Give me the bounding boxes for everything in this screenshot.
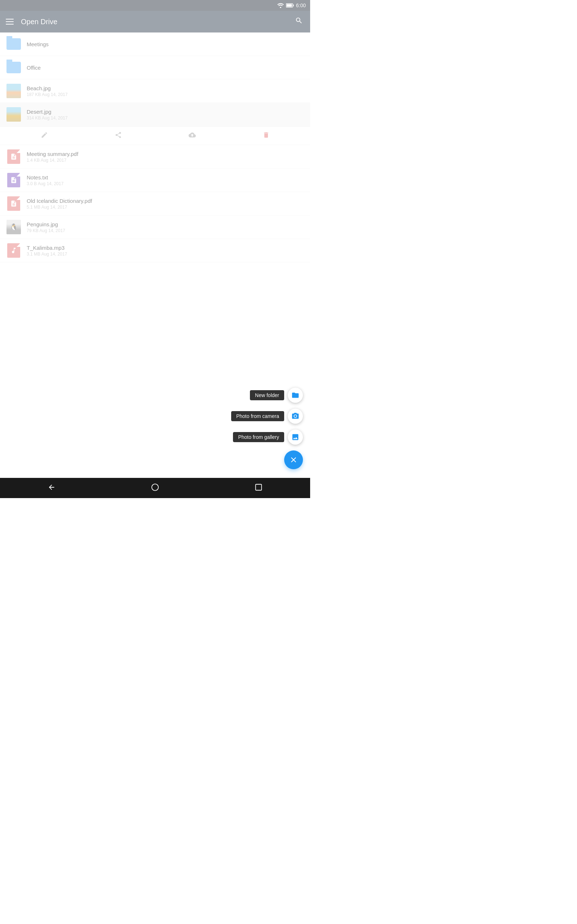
list-item[interactable]: Office	[0, 56, 310, 79]
clock: 6:00	[296, 3, 306, 8]
file-info: Old Icelandic Dictionary.pdf 5.1 MB Aug …	[27, 198, 305, 210]
back-icon	[48, 483, 56, 491]
delete-icon	[263, 131, 270, 139]
recent-button[interactable]	[246, 480, 271, 496]
txt-icon	[6, 172, 22, 188]
pdf-icon	[6, 149, 22, 165]
file-info: T_Kalimba.mp3 3.1 MB Aug 14, 2017	[27, 245, 305, 257]
mp3-icon	[6, 242, 22, 258]
list-item[interactable]: T_Kalimba.mp3 3.1 MB Aug 14, 2017	[0, 239, 310, 262]
edit-button[interactable]	[34, 129, 55, 143]
list-item[interactable]: Notes.txt 3.0 B Aug 14, 2017	[0, 168, 310, 192]
file-meta: 3.0 B Aug 14, 2017	[27, 181, 305, 186]
svg-point-3	[152, 484, 158, 490]
fab-option-gallery: Photo from gallery	[233, 430, 303, 445]
file-info: Meeting summary.pdf 1.4 KB Aug 14, 2017	[27, 151, 305, 163]
file-name: Desert.jpg	[27, 109, 305, 115]
file-name: Old Icelandic Dictionary.pdf	[27, 198, 305, 204]
file-name: Penguins.jpg	[27, 221, 305, 228]
file-info: Penguins.jpg 79 KB Aug 14, 2017	[27, 221, 305, 233]
recent-icon	[255, 483, 263, 491]
file-info: Beach.jpg 187 KB Aug 14, 2017	[27, 85, 305, 97]
folder-icon	[292, 391, 299, 399]
svg-rect-1	[286, 4, 292, 7]
hamburger-menu-button[interactable]	[6, 19, 14, 24]
list-item[interactable]: Beach.jpg 187 KB Aug 14, 2017	[0, 79, 310, 103]
image-thumbnail	[6, 107, 22, 122]
gallery-icon	[292, 433, 299, 441]
image-thumbnail	[6, 83, 22, 99]
file-name: Meeting summary.pdf	[27, 151, 305, 157]
share-icon	[115, 131, 122, 139]
file-info: Desert.jpg 314 KB Aug 14, 2017	[27, 109, 305, 121]
list-item[interactable]: Old Icelandic Dictionary.pdf 5.1 MB Aug …	[0, 192, 310, 215]
context-action-bar	[0, 126, 310, 145]
fab-option-camera: Photo from camera	[231, 409, 303, 424]
camera-label: Photo from camera	[231, 411, 284, 421]
svg-rect-4	[255, 484, 261, 490]
status-bar: 6:00	[0, 0, 310, 11]
file-meta: 1.4 KB Aug 14, 2017	[27, 158, 305, 163]
camera-icon	[292, 412, 299, 420]
home-icon	[151, 483, 159, 491]
new-folder-label: New folder	[250, 390, 284, 400]
pdf-icon	[6, 195, 22, 212]
upload-icon	[189, 131, 196, 139]
folder-icon	[6, 60, 22, 76]
share-button[interactable]	[108, 129, 129, 143]
file-info: Meetings	[27, 41, 305, 47]
image-thumbnail: 🐧	[6, 219, 22, 235]
status-bar-icons: 6:00	[277, 3, 306, 8]
gallery-label: Photo from gallery	[233, 432, 284, 442]
file-name: Beach.jpg	[27, 85, 305, 91]
nav-bar	[0, 478, 310, 498]
photo-from-gallery-button[interactable]	[288, 430, 303, 445]
folder-icon	[6, 36, 22, 52]
file-name: Meetings	[27, 41, 305, 47]
file-meta: 79 KB Aug 14, 2017	[27, 228, 305, 233]
app-bar-left: Open Drive	[6, 18, 57, 26]
fab-close-button[interactable]	[284, 451, 303, 469]
edit-icon	[41, 131, 48, 139]
upload-button[interactable]	[181, 129, 203, 143]
app-title: Open Drive	[21, 18, 57, 26]
search-button[interactable]	[293, 15, 305, 28]
file-meta: 187 KB Aug 14, 2017	[27, 92, 305, 97]
file-info: Notes.txt 3.0 B Aug 14, 2017	[27, 174, 305, 186]
wifi-icon	[277, 3, 284, 8]
file-info: Office	[27, 65, 305, 71]
list-item[interactable]: Meeting summary.pdf 1.4 KB Aug 14, 2017	[0, 145, 310, 168]
photo-from-camera-button[interactable]	[288, 409, 303, 424]
svg-rect-2	[293, 5, 293, 6]
delete-button[interactable]	[255, 129, 277, 143]
close-icon	[289, 456, 298, 464]
file-meta: 314 KB Aug 14, 2017	[27, 115, 305, 121]
list-item[interactable]: 🐧 Penguins.jpg 79 KB Aug 14, 2017	[0, 215, 310, 239]
fab-container: New folder Photo from camera Photo from …	[231, 388, 303, 469]
battery-icon	[286, 3, 294, 8]
app-bar: Open Drive	[0, 11, 310, 32]
file-name: Notes.txt	[27, 174, 305, 181]
new-folder-button[interactable]	[288, 388, 303, 403]
file-meta: 3.1 MB Aug 14, 2017	[27, 252, 305, 257]
home-button[interactable]	[142, 480, 168, 496]
file-list: Meetings Office Beach.jpg 187 KB Aug 14,…	[0, 32, 310, 262]
file-name: T_Kalimba.mp3	[27, 245, 305, 251]
search-icon	[295, 16, 303, 24]
file-name: Office	[27, 65, 305, 71]
fab-option-new-folder: New folder	[250, 388, 303, 403]
list-item[interactable]: Desert.jpg 314 KB Aug 14, 2017	[0, 103, 310, 126]
list-item[interactable]: Meetings	[0, 32, 310, 56]
back-button[interactable]	[39, 480, 64, 496]
file-meta: 5.1 MB Aug 14, 2017	[27, 205, 305, 210]
